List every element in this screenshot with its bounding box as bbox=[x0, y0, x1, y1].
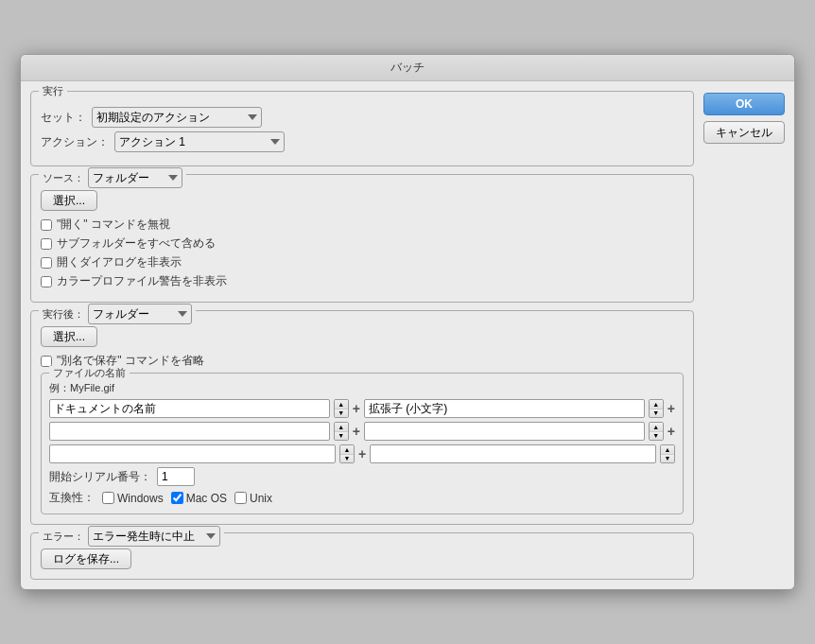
stepper-up-r3f1[interactable]: ▲ bbox=[340, 445, 354, 455]
compat-macos-check[interactable] bbox=[171, 492, 183, 504]
compat-windows-check[interactable] bbox=[102, 492, 114, 504]
stepper-row2-field1[interactable]: ▲ ▼ bbox=[334, 422, 349, 441]
checkbox-hide-dialog: 開くダイアログを非表示 bbox=[41, 254, 684, 270]
stepper-up-r2f2[interactable]: ▲ bbox=[650, 423, 663, 432]
after-select-button[interactable]: 選択... bbox=[41, 326, 97, 347]
compat-label: 互換性： bbox=[49, 490, 95, 506]
batch-dialog: バッチ 実行 セット： 初期設定のアクション アクション： アクション 1 bbox=[20, 54, 795, 590]
after-section: 実行後： フォルダー 保存して閉じる なし 選択... "別名で保存" コマンド… bbox=[30, 310, 694, 525]
stepper-row1-field1[interactable]: ▲ ▼ bbox=[334, 399, 349, 418]
dialog-title: バッチ bbox=[390, 61, 425, 74]
stepper-down-r3f1[interactable]: ▼ bbox=[340, 455, 354, 463]
stepper-up-r2f1[interactable]: ▲ bbox=[335, 423, 348, 432]
filename-row-2: ▲ ▼ + ▲ ▼ + bbox=[49, 422, 675, 441]
stepper-down-r2f2[interactable]: ▼ bbox=[650, 432, 663, 441]
checkbox-ignore-open-input[interactable] bbox=[41, 219, 52, 231]
compat-macos-label: Mac OS bbox=[186, 492, 227, 505]
filename-row-1: ▲ ▼ + ▲ ▼ + bbox=[49, 399, 675, 418]
cancel-button[interactable]: キャンセル bbox=[703, 121, 785, 144]
source-select-button[interactable]: 選択... bbox=[41, 190, 97, 211]
checkbox-save-omit: "別名で保存" コマンドを省略 bbox=[41, 353, 684, 369]
execute-section: 実行 セット： 初期設定のアクション アクション： アクション 1 bbox=[30, 91, 694, 166]
checkbox-color-warning: カラープロファイル警告を非表示 bbox=[41, 273, 684, 289]
checkbox-subfolders-input[interactable] bbox=[41, 238, 52, 250]
serial-row: 開始シリアル番号： bbox=[49, 467, 675, 486]
filename-row1-field2[interactable] bbox=[364, 399, 645, 418]
compat-macos: Mac OS bbox=[171, 492, 227, 505]
stepper-up-r3f2[interactable]: ▲ bbox=[661, 445, 674, 455]
filename-row3-field2[interactable] bbox=[370, 444, 656, 463]
filename-row2-field2[interactable] bbox=[364, 422, 645, 441]
checkbox-ignore-open: "開く" コマンドを無視 bbox=[41, 217, 684, 233]
error-select[interactable]: エラー発生時に中止 エラーをスキップ bbox=[88, 526, 220, 547]
checkbox-subfolders: サブフォルダーをすべて含める bbox=[41, 235, 684, 252]
stepper-down-r2f1[interactable]: ▼ bbox=[335, 432, 348, 441]
compat-windows: Windows bbox=[102, 492, 164, 505]
plus-2: + bbox=[668, 401, 675, 416]
stepper-down-r1f2[interactable]: ▼ bbox=[650, 409, 663, 418]
stepper-row2-field2[interactable]: ▲ ▼ bbox=[649, 422, 664, 441]
filename-row-3: ▲ ▼ + ▲ ▼ bbox=[49, 444, 675, 463]
stepper-up-r1f1[interactable]: ▲ bbox=[335, 400, 348, 409]
compat-row: 互換性： Windows Mac OS Unix bbox=[49, 490, 675, 506]
after-select[interactable]: フォルダー 保存して閉じる なし bbox=[88, 304, 192, 324]
serial-input[interactable] bbox=[157, 467, 195, 486]
checkbox-hide-dialog-input[interactable] bbox=[41, 257, 52, 269]
stepper-down-r1f1[interactable]: ▼ bbox=[335, 409, 348, 418]
title-bar: バッチ bbox=[21, 55, 794, 81]
set-label: セット： bbox=[41, 110, 86, 126]
filename-section: ファイルの名前 例：MyFile.gif ▲ ▼ + ▲ ▼ bbox=[41, 373, 684, 514]
action-label: アクション： bbox=[41, 134, 109, 150]
execute-legend: 実行 bbox=[39, 84, 67, 98]
filename-row2-field1[interactable] bbox=[49, 422, 330, 441]
serial-label: 開始シリアル番号： bbox=[49, 469, 151, 485]
error-section: エラー： エラー発生時に中止 エラーをスキップ ログを保存... bbox=[30, 532, 694, 580]
main-content: 実行 セット： 初期設定のアクション アクション： アクション 1 bbox=[30, 91, 694, 580]
log-save-button[interactable]: ログを保存... bbox=[41, 548, 131, 569]
filename-example: 例：MyFile.gif bbox=[49, 381, 675, 395]
stepper-down-r3f2[interactable]: ▼ bbox=[661, 455, 674, 463]
set-select[interactable]: 初期設定のアクション bbox=[92, 107, 262, 128]
plus-3: + bbox=[353, 424, 360, 439]
filename-legend: ファイルの名前 bbox=[49, 366, 130, 380]
filename-row1-field1[interactable] bbox=[49, 399, 330, 418]
set-row: セット： 初期設定のアクション bbox=[41, 107, 684, 128]
source-select[interactable]: フォルダー ファイル Bridge Lightroom bbox=[88, 167, 182, 188]
plus-1: + bbox=[353, 401, 360, 416]
error-legend: エラー： エラー発生時に中止 エラーをスキップ bbox=[39, 526, 224, 547]
plus-4: + bbox=[668, 424, 675, 439]
checkbox-color-warning-input[interactable] bbox=[41, 276, 52, 287]
plus-5: + bbox=[358, 446, 366, 461]
after-legend: 実行後： フォルダー 保存して閉じる なし bbox=[39, 304, 196, 324]
checkbox-save-omit-input[interactable] bbox=[41, 356, 52, 367]
source-legend: ソース： フォルダー ファイル Bridge Lightroom bbox=[39, 167, 186, 188]
stepper-up-r1f2[interactable]: ▲ bbox=[650, 400, 663, 409]
ok-button[interactable]: OK bbox=[703, 93, 785, 115]
stepper-row3-field2[interactable]: ▲ ▼ bbox=[660, 444, 675, 463]
compat-unix-check[interactable] bbox=[234, 492, 247, 504]
compat-windows-label: Windows bbox=[117, 492, 164, 505]
compat-unix-label: Unix bbox=[250, 492, 272, 505]
source-section: ソース： フォルダー ファイル Bridge Lightroom 選択... "… bbox=[30, 174, 694, 303]
filename-row3-field1[interactable] bbox=[49, 444, 336, 463]
stepper-row1-field2[interactable]: ▲ ▼ bbox=[649, 399, 664, 418]
action-select[interactable]: アクション 1 bbox=[114, 131, 285, 152]
stepper-row3-field1[interactable]: ▲ ▼ bbox=[339, 444, 355, 463]
side-buttons: OK キャンセル bbox=[703, 91, 785, 580]
action-row: アクション： アクション 1 bbox=[41, 131, 684, 152]
compat-unix: Unix bbox=[234, 492, 272, 505]
